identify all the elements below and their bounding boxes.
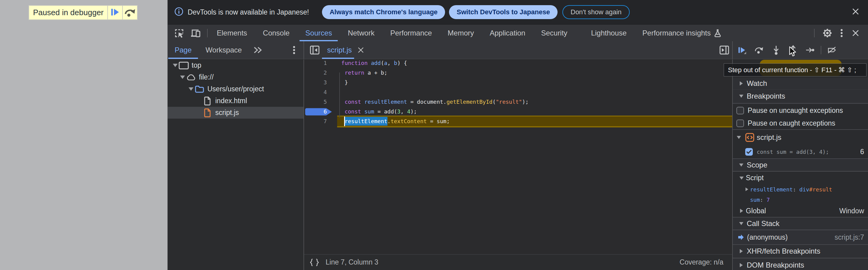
collapse-arrow-icon[interactable] [738,163,745,167]
coverage-text: Coverage: n/a [680,258,723,266]
section-call-stack[interactable]: Call Stack [733,217,868,230]
file-gray-icon [202,96,213,106]
section-xhr-fetch-breakpoints[interactable]: XHR/fetch Breakpoints [733,245,868,258]
expand-arrow-icon[interactable] [179,76,186,79]
line-number[interactable]: 1 [304,59,327,68]
checkbox-row-pause-on-caught-exceptions[interactable]: Pause on caught exceptions [733,117,868,129]
tab-lighthouse[interactable]: Lighthouse [583,25,634,41]
resume-button[interactable] [107,6,122,20]
section-scope[interactable]: Scope [733,159,868,171]
step-into-button[interactable] [772,46,781,55]
section-dom-breakpoints[interactable]: DOM Breakpoints [733,259,868,270]
section-watch[interactable]: Watch [733,78,868,90]
tab-performance[interactable]: Performance [382,25,440,41]
tab-sources[interactable]: Sources [298,25,340,41]
code-text: const resultElement = document.getElemen… [337,97,732,107]
infobar-button-always-match-chrome-s-language[interactable]: Always match Chrome's language [322,5,445,19]
tab-label: Sources [305,29,332,37]
inspect-icon[interactable] [174,28,184,38]
variable-value: 7 [767,197,770,203]
code-text: resultElement.textContent = sum; [337,117,732,126]
checkbox-row-pause-on-uncaught-exceptions[interactable]: Pause on uncaught exceptions [733,104,868,117]
scope-variable-resultElement[interactable]: resultElement: div#result [733,184,868,194]
tab-network[interactable]: Network [340,25,382,41]
expand-arrow-icon[interactable] [738,81,745,86]
more-tabs-button[interactable] [252,41,263,59]
tab-label: Performance [390,29,432,37]
deactivate-breakpoints-button[interactable] [827,46,836,55]
expand-arrow-icon[interactable] [744,187,750,191]
collapse-arrow-icon[interactable] [735,136,743,139]
tree-item-Users-user-project[interactable]: Users/user/project [168,83,304,95]
navigator-tab-workspace[interactable]: Workspace [198,41,249,59]
code-line-3: 3 } [304,78,732,87]
resume-button[interactable] [738,46,747,55]
close-icon[interactable] [851,29,860,38]
group-label: script.js [757,133,781,142]
line-number[interactable]: 5 [304,97,327,107]
infobar-message: DevTools is now available in Japanese! [188,8,309,17]
scope-variable-sum[interactable]: sum: 7 [733,194,868,205]
section-label: Breakpoints [747,92,785,100]
tab-label: Performance insights [643,29,711,37]
kebab-menu-icon[interactable] [840,28,843,38]
expand-arrow-icon[interactable] [739,209,745,213]
expand-arrow-icon[interactable] [738,263,745,267]
infobar-button-switch-devtools-to-japanese[interactable]: Switch DevTools to Japanese [449,5,558,19]
file-orange-icon [202,108,213,117]
breakpoint-group-script-js[interactable]: script.js [733,130,868,145]
mouse-cursor [788,46,798,59]
tree-item-top[interactable]: top [168,59,304,71]
device-toolbar-icon[interactable] [190,28,201,38]
tab-performance-insights[interactable]: Performance insights [634,25,730,41]
tab-memory[interactable]: Memory [440,25,482,41]
section-breakpoints[interactable]: Breakpoints [733,90,868,103]
step-over-button[interactable] [754,46,764,55]
step-button[interactable] [806,46,815,55]
code-text: return a + b; [337,68,732,78]
callframe-anonymous[interactable]: (anonymous)script.js:7 [733,230,868,244]
tab-application[interactable]: Application [482,25,533,41]
tab-console[interactable]: Console [255,25,298,41]
breakpoint-entry[interactable]: const sum = add(3, 4);6 [733,145,868,158]
panel-right-icon[interactable] [719,45,730,55]
step-over-button[interactable] [122,6,137,20]
infobar-close-button[interactable] [851,7,860,17]
curly-braces-icon[interactable] [309,258,319,267]
navigator-menu-button[interactable] [292,41,304,59]
tree-item-script-js[interactable]: script.js [168,107,304,119]
editor-header: script.js [304,41,732,59]
expand-arrow-icon[interactable] [738,249,745,253]
line-number[interactable]: 2 [304,68,327,78]
code-editor[interactable]: 1 function add(a, b) {2 return a + b;3 }… [304,59,732,254]
checkbox[interactable] [737,107,744,114]
collapse-arrow-icon[interactable] [739,177,745,180]
navigator-pane: topfile://Users/user/projectindex.htmlsc… [168,59,304,270]
tree-item-file-[interactable]: file:// [168,71,304,83]
tree-item-index-html[interactable]: index.html [168,95,304,107]
settings-gear-icon[interactable] [823,28,832,38]
collapse-arrow-icon[interactable] [738,95,745,98]
collapse-arrow-icon[interactable] [738,222,745,225]
editor-tab-scriptjs[interactable]: script.js [322,41,369,59]
expand-arrow-icon[interactable] [188,87,194,91]
line-number[interactable]: 4 [304,87,327,97]
panel-left-icon[interactable] [310,45,320,55]
variable-value: #result [809,186,832,193]
navigator-tab-page[interactable]: Page [168,41,198,59]
infobar-button-don-t-show-again[interactable]: Don't show again [562,5,630,19]
tab-label: Network [348,29,374,37]
tab-security[interactable]: Security [533,25,576,41]
scope-section-global[interactable]: GlobalWindow [733,205,868,217]
close-icon[interactable] [357,46,365,54]
active-callframe-icon [737,234,745,241]
tab-label: Application [490,29,525,37]
tree-item-label: file:// [199,73,214,81]
checkbox[interactable] [745,148,753,156]
line-number[interactable]: 3 [304,78,327,87]
checkbox[interactable] [737,120,744,127]
line-number[interactable]: 7 [304,117,327,126]
expand-arrow-icon[interactable] [172,64,179,67]
tab-elements[interactable]: Elements [209,25,255,41]
scope-section-script[interactable]: Script [733,172,868,184]
